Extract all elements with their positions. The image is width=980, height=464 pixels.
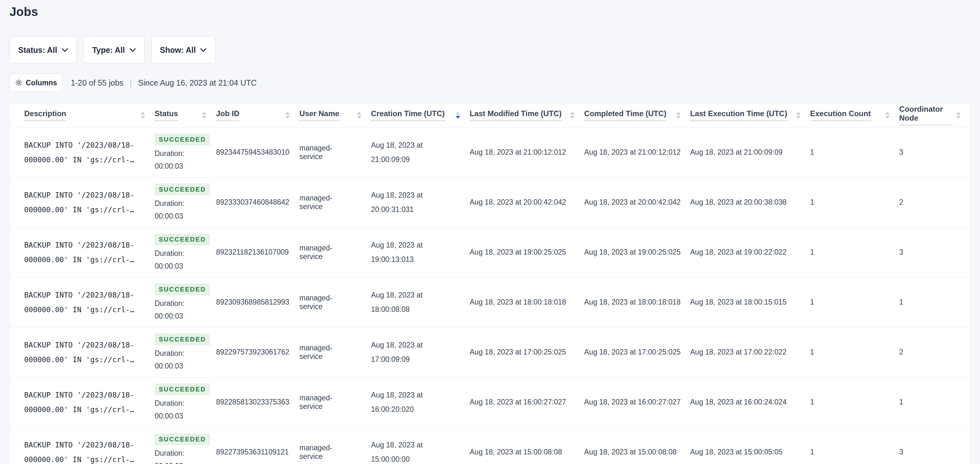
last-execution-time-cell: Aug 18, 2023 at 17:00:22:022 [690, 327, 810, 377]
last-modified-time-cell: Aug 18, 2023 at 19:00:25:025 [469, 227, 584, 277]
execution-count-cell: 1 [810, 177, 899, 227]
creation-time-cell: Aug 18, 2023 at 21:00:09:09 [371, 127, 469, 177]
coordinator-node-cell: 3 [899, 227, 970, 277]
last-execution-time-cell: Aug 18, 2023 at 21:00:09:09 [690, 127, 810, 177]
last-execution-time-cell: Aug 18, 2023 at 20:00:38:038 [690, 177, 810, 227]
last-execution-time-cell: Aug 18, 2023 at 16:00:24:024 [690, 377, 810, 427]
columns-button[interactable]: Columns [10, 73, 62, 92]
coordinator-node-cell: 1 [899, 377, 970, 427]
jobs-page: Jobs Status: All Type: All Show: All Col… [0, 0, 980, 464]
table-row[interactable]: BACKUP INTO '/2023/08/18-000000.00' IN '… [10, 377, 970, 427]
column-header-coordinator-node[interactable]: Coordinator Node [899, 103, 970, 127]
table-row[interactable]: BACKUP INTO '/2023/08/18-000000.00' IN '… [10, 277, 970, 327]
duration-label: Duration: [154, 298, 184, 308]
job-id-cell: 892344759453483010 [216, 127, 299, 177]
job-id-cell: 892309368985812993 [216, 277, 299, 327]
filter-bar: Status: All Type: All Show: All [10, 37, 970, 63]
last-modified-time-cell: Aug 18, 2023 at 20:00:42:042 [469, 177, 584, 227]
jobs-table-card: Description Status Job ID User Name [10, 103, 970, 464]
creation-time-cell: Aug 18, 2023 at 15:00:00:00 [371, 427, 469, 464]
duration-value: 00:00:03 [154, 261, 183, 271]
sort-icon [357, 112, 361, 119]
table-body: BACKUP INTO '/2023/08/18-000000.00' IN '… [10, 127, 970, 464]
table-row[interactable]: BACKUP INTO '/2023/08/18-000000.00' IN '… [10, 227, 970, 277]
execution-count-cell: 1 [810, 427, 899, 464]
job-id-cell: 892333037460848642 [216, 177, 299, 227]
status-filter-label: Status: All [18, 46, 57, 55]
completed-time-cell: Aug 18, 2023 at 20:00:42:042 [584, 177, 690, 227]
show-filter-dropdown[interactable]: Show: All [151, 37, 215, 63]
duration-label: Duration: [154, 448, 184, 458]
column-header-status[interactable]: Status [154, 103, 216, 127]
status-badge: SUCCEEDED [154, 383, 210, 395]
sort-icon [956, 112, 961, 119]
job-description-link[interactable]: BACKUP INTO '/2023/08/18-000000.00' IN '… [24, 138, 134, 167]
chevron-down-icon [200, 48, 207, 52]
column-header-creation-time[interactable]: Creation Time (UTC) [371, 103, 469, 127]
status-badge: SUCCEEDED [154, 183, 210, 195]
completed-time-cell: Aug 18, 2023 at 17:00:25:025 [584, 327, 690, 377]
table-row[interactable]: BACKUP INTO '/2023/08/18-000000.00' IN '… [10, 127, 970, 177]
sort-icon-active-desc [456, 112, 460, 119]
status-badge: SUCCEEDED [154, 234, 210, 246]
last-modified-time-cell: Aug 18, 2023 at 18:00:18:018 [469, 277, 584, 327]
job-description-link[interactable]: BACKUP INTO '/2023/08/18-000000.00' IN '… [24, 238, 134, 267]
status-badge: SUCCEEDED [154, 434, 210, 445]
user-name-cell: managed-service [299, 427, 371, 464]
last-execution-time-cell: Aug 18, 2023 at 18:00:15:015 [690, 277, 810, 327]
job-description-link[interactable]: BACKUP INTO '/2023/08/18-000000.00' IN '… [24, 288, 134, 317]
duration-value: 00:00:03 [154, 311, 183, 321]
table-toolbar: Columns 1-20 of 55 jobs | Since Aug 16, … [10, 73, 970, 92]
user-name-cell: managed-service [299, 227, 371, 277]
completed-time-cell: Aug 18, 2023 at 18:00:18:018 [584, 277, 690, 327]
table-row[interactable]: BACKUP INTO '/2023/08/18-000000.00' IN '… [10, 327, 970, 377]
sort-icon [796, 112, 800, 119]
results-divider: | [130, 78, 132, 88]
type-filter-label: Type: All [92, 46, 125, 55]
execution-count-cell: 1 [810, 377, 899, 427]
duration-value: 00:00:03 [154, 161, 183, 171]
sort-icon [570, 112, 574, 119]
column-header-execution-count[interactable]: Execution Count [810, 103, 899, 127]
status-badge: SUCCEEDED [154, 134, 210, 145]
coordinator-node-cell: 3 [899, 427, 970, 464]
duration-label: Duration: [154, 349, 184, 358]
sort-icon [285, 112, 290, 119]
status-filter-dropdown[interactable]: Status: All [10, 37, 77, 63]
job-description-link[interactable]: BACKUP INTO '/2023/08/18-000000.00' IN '… [24, 338, 134, 367]
results-since: Since Aug 16, 2023 at 21:04 UTC [138, 78, 256, 88]
sort-icon [141, 112, 145, 119]
last-modified-time-cell: Aug 18, 2023 at 16:00:27:027 [469, 377, 584, 427]
column-header-user-name[interactable]: User Name [299, 103, 371, 127]
job-description-link[interactable]: BACKUP INTO '/2023/08/18-000000.00' IN '… [24, 188, 134, 217]
user-name-cell: managed-service [299, 377, 371, 427]
user-name-cell: managed-service [299, 177, 371, 227]
duration-label: Duration: [154, 399, 184, 408]
column-header-last-execution-time[interactable]: Last Execution Time (UTC) [690, 103, 810, 127]
creation-time-cell: Aug 18, 2023 at 20:00:31:031 [371, 177, 469, 227]
creation-time-cell: Aug 18, 2023 at 17:00:09:09 [371, 327, 469, 377]
show-filter-label: Show: All [160, 46, 196, 55]
creation-time-cell: Aug 18, 2023 at 18:00:08:08 [371, 277, 469, 327]
column-header-last-modified-time[interactable]: Last Modified Time (UTC) [469, 103, 584, 127]
column-header-job-id[interactable]: Job ID [216, 103, 299, 127]
last-execution-time-cell: Aug 18, 2023 at 19:00:22:022 [690, 227, 810, 277]
type-filter-dropdown[interactable]: Type: All [84, 37, 145, 63]
job-id-cell: 892321182136107009 [216, 227, 299, 277]
job-description-link[interactable]: BACKUP INTO '/2023/08/18-000000.00' IN '… [24, 387, 134, 417]
table-row[interactable]: BACKUP INTO '/2023/08/18-000000.00' IN '… [10, 177, 970, 227]
last-modified-time-cell: Aug 18, 2023 at 17:00:25:025 [469, 327, 584, 377]
sort-icon [676, 112, 681, 119]
duration-value: 00:00:03 [154, 361, 183, 371]
job-description-link[interactable]: BACKUP INTO '/2023/08/18-000000.00' IN '… [24, 438, 134, 464]
column-header-description[interactable]: Description [10, 103, 154, 127]
sort-icon [202, 112, 207, 119]
column-header-completed-time[interactable]: Completed Time (UTC) [584, 103, 690, 127]
user-name-cell: managed-service [299, 327, 371, 377]
columns-button-label: Columns [26, 79, 57, 87]
duration-label: Duration: [154, 148, 184, 158]
table-row[interactable]: BACKUP INTO '/2023/08/18-000000.00' IN '… [10, 427, 970, 464]
user-name-cell: managed-service [299, 127, 371, 177]
duration-value: 00:00:03 [154, 411, 183, 421]
coordinator-node-cell: 2 [899, 177, 970, 227]
